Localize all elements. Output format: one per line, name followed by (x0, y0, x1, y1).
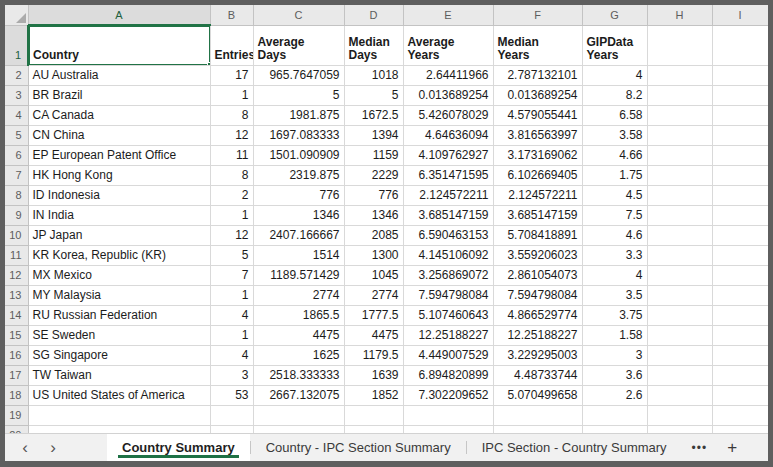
value-cell[interactable]: 2229 (344, 165, 403, 185)
value-cell[interactable]: 1625 (253, 345, 344, 365)
empty-cell[interactable] (647, 225, 712, 245)
empty-cell[interactable] (647, 185, 712, 205)
value-cell[interactable]: 2.124572211 (403, 185, 493, 205)
value-cell[interactable]: 12 (210, 125, 253, 145)
empty-cell[interactable] (493, 425, 582, 433)
value-cell[interactable]: 8 (210, 165, 253, 185)
empty-cell[interactable] (712, 65, 768, 85)
country-cell[interactable]: RU Russian Federation (28, 305, 210, 325)
empty-cell[interactable] (344, 425, 403, 433)
value-cell[interactable]: 8.2 (582, 85, 647, 105)
value-cell[interactable]: 2407.166667 (253, 225, 344, 245)
value-cell[interactable]: 2.787132101 (493, 65, 582, 85)
fill-handle[interactable] (207, 62, 211, 66)
empty-cell[interactable] (253, 425, 344, 433)
empty-cell[interactable] (582, 425, 647, 433)
value-cell[interactable]: 4.5 (582, 185, 647, 205)
column-header-e[interactable]: E (403, 5, 493, 25)
value-cell[interactable]: 1189.571429 (253, 265, 344, 285)
empty-cell[interactable] (210, 405, 253, 425)
empty-cell[interactable] (712, 105, 768, 125)
row-header-16[interactable]: 16 (5, 345, 28, 365)
country-cell[interactable]: SE Sweden (28, 325, 210, 345)
value-cell[interactable]: 4475 (253, 325, 344, 345)
value-cell[interactable]: 2774 (344, 285, 403, 305)
row-header-10[interactable]: 10 (5, 225, 28, 245)
value-cell[interactable]: 5 (210, 245, 253, 265)
value-cell[interactable]: 6.351471595 (403, 165, 493, 185)
value-cell[interactable]: 3.58 (582, 125, 647, 145)
country-cell[interactable]: TW Taiwan (28, 365, 210, 385)
country-cell[interactable]: AU Australia (28, 65, 210, 85)
header-cell-median-years[interactable]: MedianYears (493, 25, 582, 65)
empty-cell[interactable] (647, 265, 712, 285)
header-cell-country[interactable]: Country (28, 25, 210, 65)
empty-cell[interactable] (712, 405, 768, 425)
value-cell[interactable]: 4.449007529 (403, 345, 493, 365)
empty-cell[interactable] (28, 425, 210, 433)
row-header-17[interactable]: 17 (5, 365, 28, 385)
empty-cell[interactable] (647, 165, 712, 185)
row-header-12[interactable]: 12 (5, 265, 28, 285)
value-cell[interactable]: 2085 (344, 225, 403, 245)
column-header-a[interactable]: A (28, 5, 210, 25)
tab-ipc-section-country-summary[interactable]: IPC Section - Country Summary (467, 434, 682, 461)
empty-cell[interactable] (647, 425, 712, 433)
select-all-corner[interactable] (5, 5, 28, 25)
value-cell[interactable]: 4.866529774 (493, 305, 582, 325)
value-cell[interactable]: 7.594798084 (403, 285, 493, 305)
empty-cell[interactable] (582, 405, 647, 425)
value-cell[interactable]: 1 (210, 85, 253, 105)
value-cell[interactable]: 7.594798084 (493, 285, 582, 305)
value-cell[interactable]: 1501.090909 (253, 145, 344, 165)
value-cell[interactable]: 965.7647059 (253, 65, 344, 85)
value-cell[interactable]: 7.302209652 (403, 385, 493, 405)
value-cell[interactable]: 4 (582, 65, 647, 85)
value-cell[interactable]: 4475 (344, 325, 403, 345)
value-cell[interactable]: 2.64411966 (403, 65, 493, 85)
row-header-19[interactable]: 19 (5, 405, 28, 425)
value-cell[interactable]: 1300 (344, 245, 403, 265)
value-cell[interactable]: 3.256869072 (403, 265, 493, 285)
empty-cell[interactable] (647, 325, 712, 345)
empty-cell[interactable] (647, 125, 712, 145)
value-cell[interactable]: 7.5 (582, 205, 647, 225)
value-cell[interactable]: 5 (253, 85, 344, 105)
value-cell[interactable]: 1514 (253, 245, 344, 265)
value-cell[interactable]: 3.75 (582, 305, 647, 325)
empty-cell[interactable] (493, 405, 582, 425)
value-cell[interactable]: 1981.875 (253, 105, 344, 125)
value-cell[interactable]: 17 (210, 65, 253, 85)
empty-cell[interactable] (647, 385, 712, 405)
value-cell[interactable]: 1865.5 (253, 305, 344, 325)
value-cell[interactable]: 776 (253, 185, 344, 205)
value-cell[interactable]: 1.75 (582, 165, 647, 185)
empty-cell[interactable] (403, 425, 493, 433)
country-cell[interactable]: EP European Patent Office (28, 145, 210, 165)
value-cell[interactable]: 6.894820899 (403, 365, 493, 385)
value-cell[interactable]: 2 (210, 185, 253, 205)
empty-cell[interactable] (253, 405, 344, 425)
value-cell[interactable]: 5.107460643 (403, 305, 493, 325)
value-cell[interactable]: 776 (344, 185, 403, 205)
empty-cell[interactable] (712, 265, 768, 285)
tab-country-ipc-section-summary[interactable]: Country - IPC Section Summary (251, 434, 466, 461)
header-cell-entries[interactable]: Entries (210, 25, 253, 65)
column-header-h[interactable]: H (647, 5, 712, 25)
value-cell[interactable]: 12.25188227 (493, 325, 582, 345)
column-header-d[interactable]: D (344, 5, 403, 25)
value-cell[interactable]: 4.48733744 (493, 365, 582, 385)
country-cell[interactable]: ID Indonesia (28, 185, 210, 205)
empty-cell[interactable] (647, 85, 712, 105)
header-cell-gipdata-years[interactable]: GIPDataYears (582, 25, 647, 65)
country-cell[interactable]: BR Brazil (28, 85, 210, 105)
value-cell[interactable]: 11 (210, 145, 253, 165)
tab-scroll-right-icon[interactable]: › (39, 434, 67, 461)
country-cell[interactable]: US United States of America (28, 385, 210, 405)
value-cell[interactable]: 5.708418891 (493, 225, 582, 245)
empty-cell[interactable] (647, 305, 712, 325)
country-cell[interactable]: SG Singapore (28, 345, 210, 365)
empty-cell[interactable] (647, 345, 712, 365)
empty-cell[interactable] (712, 145, 768, 165)
cell-i1-empty[interactable] (712, 25, 768, 65)
